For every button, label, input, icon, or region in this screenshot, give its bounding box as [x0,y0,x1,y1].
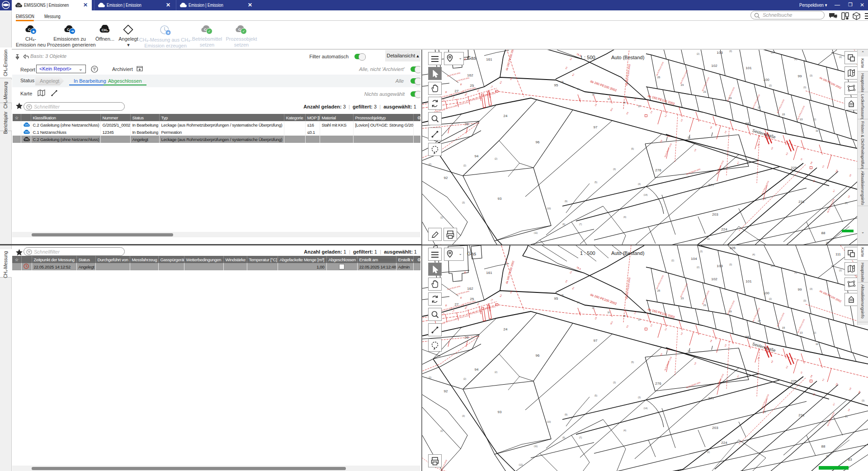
svg-text:(3): (3) [638,183,641,185]
svg-text:522: 522 [667,135,671,137]
svg-text:17: 17 [758,106,761,109]
svg-text:26: 26 [561,81,564,83]
svg-text:2,4: 2,4 [650,110,653,114]
svg-text:✓: ✓ [208,29,211,33]
svg-text:(3): (3) [462,201,465,204]
svg-text:101: 101 [745,66,752,70]
svg-text:231: 231 [798,200,805,204]
svg-text:24: 24 [504,114,508,118]
svg-text:da 160 PE100 2002: da 160 PE100 2002 [819,76,842,90]
svg-text:CH₄: CH₄ [24,138,28,141]
svg-text:da 50 PE100 2004: da 50 PE100 2004 [447,72,461,77]
svg-text:(11): (11) [534,231,538,234]
svg-text:15: 15 [782,113,785,116]
svg-text:F: F [445,91,447,94]
svg-text:161: 161 [486,57,492,61]
svg-text:6,3: 6,3 [499,80,502,84]
svg-text:✓: ✓ [242,29,245,33]
svg-text:(5): (5) [594,181,597,184]
svg-text:da 50 PE100 2003: da 50 PE100 2003 [656,61,664,76]
svg-text:92: 92 [444,176,448,180]
svg-text:0,3: 0,3 [785,152,788,155]
svg-text:(2): (2) [839,56,842,58]
svg-text:4,0: 4,0 [770,146,774,150]
svg-text:(2): (2) [769,84,772,87]
svg-text:0,6: 0,6 [757,143,760,146]
svg-text:276: 276 [655,168,661,172]
svg-text:277: 277 [708,183,714,187]
svg-text:21: 21 [703,90,707,93]
svg-text:10,1: 10,1 [610,107,614,112]
svg-text:★: ★ [166,31,170,35]
svg-text:(2): (2) [697,52,699,55]
svg-text:CH₄: CH₄ [102,28,108,32]
svg-text:da 50 PE100 2002: da 50 PE100 2002 [443,105,457,110]
svg-text:(7): (7) [579,223,582,226]
svg-text:da 50 PE100 2002: da 50 PE100 2002 [429,244,442,245]
svg-text:5,1: 5,1 [569,57,572,61]
svg-text:95: 95 [554,83,558,87]
svg-text:da 50 PE100 2003: da 50 PE100 2003 [679,70,688,85]
svg-text:CH₄: CH₄ [24,131,28,133]
svg-text:97: 97 [594,125,598,129]
svg-text:5,2: 5,2 [664,114,667,118]
svg-text:103: 103 [717,51,723,55]
svg-text:4,9: 4,9 [812,179,816,183]
svg-text:13: 13 [800,157,803,160]
svg-text:0,0: 0,0 [509,77,513,80]
svg-text:11: 11 [816,129,819,132]
svg-text:3,0: 3,0 [849,174,852,177]
svg-text:(2): (2) [771,51,774,54]
svg-text:4,1: 4,1 [821,165,825,168]
svg-text:(2): (2) [495,157,497,160]
svg-text:(2): (2) [440,216,443,219]
svg-text:(10): (10) [547,207,551,210]
svg-text:3,0: 3,0 [847,195,850,198]
svg-text:(2): (2) [429,163,431,165]
svg-text:Seidenstraße: Seidenstraße [752,128,776,140]
svg-text:da 50 PE100 2003: da 50 PE100 2003 [776,99,785,114]
svg-text:94: 94 [475,154,479,158]
svg-text:4,6: 4,6 [709,126,712,129]
svg-text:(3): (3) [803,86,806,89]
svg-text:24: 24 [592,94,594,96]
svg-text:(4): (4) [623,216,626,218]
svg-text:➜: ➜ [71,29,74,33]
svg-text:(3): (3) [613,168,616,170]
svg-text:88: 88 [821,231,826,235]
svg-text:6,1: 6,1 [571,73,575,76]
svg-text:da 50 PE100 2003: da 50 PE100 2003 [701,77,710,92]
svg-text:14: 14 [577,88,580,90]
svg-text:(9): (9) [565,200,567,203]
svg-text:25: 25 [470,84,474,88]
svg-text:(2): (2) [463,164,466,167]
svg-text:99: 99 [798,74,802,78]
svg-text:CH₄: CH₄ [24,123,28,126]
svg-text:(2): (2) [707,237,710,240]
svg-text:19: 19 [729,97,732,99]
svg-text:29: 29 [623,102,626,104]
svg-text:(2): (2) [845,202,848,204]
svg-text:83: 83 [848,244,852,245]
svg-text:93: 93 [498,197,502,201]
svg-text:27: 27 [455,89,459,93]
svg-text:162: 162 [467,73,473,77]
svg-text:da 160 PE100 2003: da 160 PE100 2003 [647,94,675,105]
svg-text:F: F [460,83,462,86]
svg-text:0,0: 0,0 [835,169,838,173]
svg-text:225: 225 [791,166,797,170]
svg-text:7,4: 7,4 [490,85,493,89]
svg-text:28: 28 [465,122,469,126]
svg-text:96: 96 [536,140,540,144]
svg-text:(2): (2) [688,136,690,139]
svg-text:(9): (9) [562,223,565,226]
svg-text:18: 18 [607,98,610,100]
svg-text:da 50 PE100 2002: da 50 PE100 2002 [469,97,482,102]
svg-text:(14): (14) [644,193,648,196]
svg-text:98: 98 [745,122,750,126]
svg-text:CH: CH [17,4,21,7]
svg-text:203: 203 [712,212,718,217]
svg-text:1,0: 1,0 [724,130,727,134]
svg-text:0,6: 0,6 [810,161,813,165]
svg-text:25: 25 [657,76,660,79]
